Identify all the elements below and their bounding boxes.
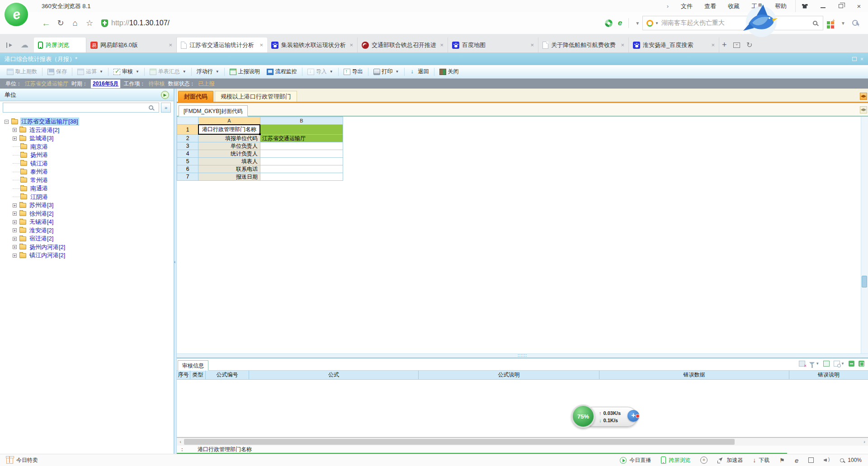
url-field[interactable]: http://10.1.30.107/ xyxy=(97,15,602,31)
tab-mot-meeting[interactable]: 交通部联合铁总召开推进 × xyxy=(358,38,448,52)
tree-item[interactable]: +淮安港[2] xyxy=(2,226,172,235)
sheet-tab-port-admin[interactable]: 规模以上港口行政管理部门 xyxy=(215,91,297,102)
collapse-icon[interactable]: − xyxy=(5,120,9,124)
subtab-scroll-icon[interactable]: ◀▶ xyxy=(860,106,867,113)
tab-list-icon[interactable] xyxy=(733,42,740,48)
tree-item[interactable]: +连云港港[2] xyxy=(2,126,172,135)
back-button[interactable]: ← xyxy=(39,16,53,30)
row-header[interactable]: 7 xyxy=(177,173,198,181)
period-link[interactable]: 2016年5月 xyxy=(91,80,120,88)
expand-icon[interactable]: + xyxy=(13,245,17,249)
tree-item[interactable]: +镇江内河港[2] xyxy=(2,251,172,260)
speaker-icon[interactable] xyxy=(824,457,830,463)
subsheet-tab[interactable]: [FMDM_GKYB]封面代码 xyxy=(179,105,248,117)
flag-icon[interactable]: ⚑ xyxy=(779,457,785,464)
audit-info-tab[interactable]: 审核信息 xyxy=(178,360,208,371)
floating-row-button[interactable]: 浮动行▼ xyxy=(193,66,222,77)
tree-item[interactable]: 南通港 xyxy=(2,184,172,193)
tree-item[interactable]: +宿迁港[2] xyxy=(2,235,172,243)
daily-deal-button[interactable]: 今日特卖 xyxy=(6,457,38,464)
expand-icon[interactable]: + xyxy=(13,128,17,132)
maximize-button[interactable] xyxy=(832,0,850,12)
tab-close-icon[interactable]: × xyxy=(711,42,715,48)
tab-scroll-icon[interactable]: ◀▶ xyxy=(860,93,867,100)
menu-tools[interactable]: 工具 xyxy=(745,1,769,12)
cell-b7[interactable] xyxy=(260,173,343,181)
tab-netease-mail[interactable]: 网易邮箱6.0版 × xyxy=(86,38,177,52)
download-button[interactable]: ↓下载 xyxy=(753,457,769,464)
accelerate-plus-button[interactable]: + xyxy=(627,410,639,422)
tab-close-icon[interactable]: × xyxy=(621,42,624,48)
report-close-icon[interactable]: × xyxy=(860,56,863,62)
tree-item[interactable]: 泰州港 xyxy=(2,168,172,176)
cell-b4[interactable] xyxy=(260,150,343,158)
tree-item[interactable]: +徐州港[2] xyxy=(2,210,172,218)
save-button[interactable]: 保存 xyxy=(44,66,70,77)
search-suggestion-text[interactable]: 湖南客车起火伤亡重大 xyxy=(661,19,810,27)
cell-a1-selected[interactable]: 港口行政管理部门名称 xyxy=(198,125,260,135)
tree-item[interactable]: 扬州港 xyxy=(2,151,172,160)
scroll-right-icon[interactable]: › xyxy=(861,438,868,446)
process-monitor-button[interactable]: 流程监控 xyxy=(264,66,300,77)
cell-b5[interactable] xyxy=(260,158,343,165)
close-report-button[interactable]: 关闭 xyxy=(436,66,462,77)
expand-icon[interactable]: + xyxy=(13,254,17,258)
cell-b2[interactable]: 江苏省交通运输厅 xyxy=(260,135,343,142)
app-center-icon[interactable] xyxy=(700,457,708,464)
menu-help[interactable]: 帮助 xyxy=(769,1,793,12)
cell-a3[interactable]: 单位负责人 xyxy=(198,142,260,150)
tree-item-root[interactable]: −江苏省交通运输厅[38] xyxy=(2,118,172,126)
cloud-sync-icon[interactable]: ☁ xyxy=(21,40,28,50)
tab-close-icon[interactable]: × xyxy=(349,42,353,48)
tree-item[interactable]: +无锡港[4] xyxy=(2,218,172,226)
browser-360-logo-icon[interactable]: e xyxy=(5,3,28,26)
unit-search-input[interactable] xyxy=(3,103,159,112)
menu-view[interactable]: 查看 xyxy=(698,1,722,12)
extensions-icon[interactable] xyxy=(827,19,835,27)
tree-item[interactable]: +扬州内河港[2] xyxy=(2,243,172,252)
vertical-scrollbar[interactable] xyxy=(861,117,868,353)
window-mode-icon[interactable] xyxy=(808,457,814,463)
cell-a7[interactable]: 报送日期 xyxy=(198,173,260,181)
horizontal-scrollbar-thumb[interactable] xyxy=(184,439,735,445)
row-header[interactable]: 1 xyxy=(177,125,198,135)
unit-search-expand-button[interactable]: » xyxy=(161,103,171,113)
import-button[interactable]: 导入▼ xyxy=(304,66,336,77)
report-restore-icon[interactable] xyxy=(852,57,857,61)
menu-file[interactable]: 文件 xyxy=(675,1,698,12)
cross-screen-button[interactable]: 跨屏浏览 xyxy=(661,457,690,464)
site-safety-shield-icon[interactable] xyxy=(101,19,108,27)
export-excel-icon[interactable] xyxy=(823,361,830,367)
ie-compat-icon[interactable]: e xyxy=(795,457,798,464)
speed-mode-icon[interactable]: e xyxy=(618,19,622,28)
audit-panel-splitter[interactable]: :::::: xyxy=(177,353,868,358)
tab-pilotage-fee[interactable]: 关于降低船舶引航费收费 × xyxy=(538,38,629,52)
memory-usage-ball[interactable]: 75% xyxy=(571,405,595,428)
clear-results-icon[interactable] xyxy=(799,361,805,367)
side-panel-icon[interactable] xyxy=(6,42,14,48)
cell-a2[interactable]: 填报单位代码 xyxy=(198,135,260,142)
tree-item[interactable]: 常州港 xyxy=(2,176,172,185)
cell-a4[interactable]: 统计负责人 xyxy=(198,150,260,158)
return-button[interactable]: 退回 xyxy=(406,66,432,77)
horizontal-scrollbar[interactable]: ‹ › xyxy=(177,438,868,446)
tree-item[interactable]: +苏州港[3] xyxy=(2,201,172,210)
tab-close-icon[interactable]: × xyxy=(259,42,263,48)
menu-chevron-icon[interactable]: › xyxy=(667,3,669,9)
filter-funnel-icon[interactable] xyxy=(809,362,815,365)
row-header[interactable]: 2 xyxy=(177,135,198,142)
fetch-previous-button[interactable]: 取上期数 xyxy=(4,66,40,77)
tree-item[interactable]: 镇江港 xyxy=(2,160,172,168)
dropdown-caret-icon[interactable]: ▼ xyxy=(635,21,640,26)
audit-button[interactable]: 审核▼ xyxy=(110,66,142,77)
search-icon[interactable] xyxy=(813,21,817,25)
column-header-a[interactable]: A xyxy=(198,117,260,125)
reopen-closed-tab-icon[interactable]: ↺ xyxy=(746,41,752,49)
tree-item[interactable]: 江阴港 xyxy=(2,193,172,202)
print-button[interactable]: 打印▼ xyxy=(370,66,402,77)
row-header[interactable]: 4 xyxy=(177,150,198,158)
calculate-button[interactable]: 运算▼ xyxy=(74,66,106,77)
collapse-panel-icon[interactable]: ‹ xyxy=(174,259,175,264)
refresh-button[interactable]: ↻ xyxy=(53,16,68,30)
tab-baidu-map[interactable]: 百度地图 × xyxy=(448,38,538,52)
